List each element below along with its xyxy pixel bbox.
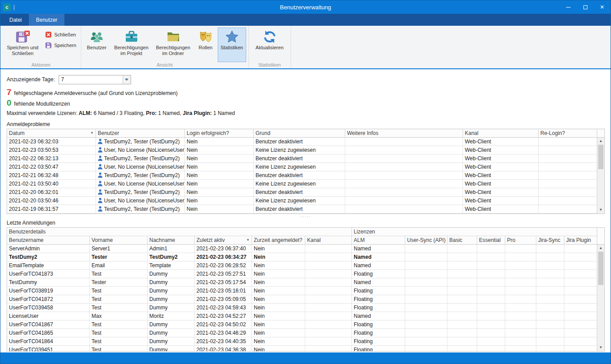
column-header[interactable]: Benutzername [7,236,90,245]
folder-permissions-button[interactable]: Berechtigungen im Ordner [153,28,194,62]
table-cell [564,320,597,329]
table-row[interactable]: 2021-02-22 03:50:47User, No License (NoL… [7,163,597,171]
table-cell [536,320,564,329]
table-cell: Test [90,329,148,337]
column-header[interactable]: User-Sync (API) [405,236,447,245]
table-cell: Nein [252,312,305,320]
scrollbar-track[interactable] [597,145,604,206]
table-row[interactable]: TestDummyTesterDummy2021-02-23 05:17:54N… [7,278,597,287]
scroll-up-icon[interactable]: ▲ [597,245,604,252]
close-button[interactable]: Schließen [42,30,79,39]
tab-datei[interactable]: Datei [2,14,29,26]
rollen-button[interactable]: Rollen [195,28,217,62]
license-line-segment: Maximal verwendete Lizenen: [7,110,79,116]
table-cell [305,312,352,320]
table-row[interactable]: UserForTC038919TestDummy2021-02-23 05:16… [7,287,597,295]
table-row[interactable]: UserForTC041873TestDummy2021-02-23 05:27… [7,270,597,278]
days-label: Anzuzeigende Tage: [7,76,55,83]
table-cell: Floating [352,295,405,304]
column-header[interactable]: Re-Login? [539,129,597,138]
table-cell [345,146,463,154]
column-header[interactable]: Basic [447,236,477,245]
table-row[interactable]: 2021-02-22 06:32:13TestDumy2, Tester (Te… [7,154,597,163]
statistiken-button[interactable]: Statistiken [218,28,246,62]
table-row[interactable]: UserForTC041872TestDummy2021-02-23 05:09… [7,295,597,304]
table-row[interactable]: 2021-02-23 06:32:03TestDumy2, Tester (Te… [7,138,597,146]
column-header[interactable]: Zurzeit angemeldet? [252,236,305,245]
table-row[interactable]: 2021-02-20 06:32:01TestDumy2, Tester (Te… [7,188,597,197]
table-cell: Web-Client [463,197,539,205]
table-cell: 2021-02-19 06:31:57 [7,205,96,214]
table-row[interactable]: UserForTC039458TestDummy2021-02-23 04:59… [7,304,597,312]
column-header[interactable]: Kanal [463,129,539,138]
column-header[interactable]: Kanal [305,236,352,245]
table-cell: Nein [252,320,305,329]
table-cell [305,320,352,329]
scroll-down-icon[interactable]: ▼ [597,344,604,351]
column-header[interactable]: Zuletzt aktiv▼ [195,236,252,245]
column-header[interactable]: Vorname [90,236,148,245]
table-cell [405,337,447,346]
tab-benutzer[interactable]: Benutzer [29,14,64,26]
table-cell [477,295,505,304]
table-row[interactable]: LicenseUserMaxMoritz2021-02-23 04:52:27N… [7,312,597,320]
combo-dropdown-button[interactable] [123,75,131,84]
column-header[interactable]: ALM [352,236,405,245]
table-row[interactable]: UserForTC041864TestDummy2021-02-23 04:40… [7,337,597,346]
column-header[interactable]: Grund [254,129,345,138]
scrollbar-thumb[interactable] [598,252,603,285]
scroll-down-icon[interactable]: ▼ [597,206,604,214]
table-row[interactable]: UserForTC041867TestDummy2021-02-23 04:50… [7,320,597,329]
column-header[interactable]: Jira-Sync [536,236,564,245]
scrollbar-track[interactable] [597,252,604,344]
table-cell: Nein [252,337,305,346]
table-row[interactable]: 2021-02-21 03:50:40User, No License (NoL… [7,180,597,188]
table-row[interactable]: UserForTC041865TestDummy2021-02-23 04:46… [7,329,597,337]
close-window-button[interactable]: ✕ [594,0,611,14]
table-cell: Nein [252,261,305,270]
maximize-button[interactable] [577,0,594,14]
table-cell [505,270,536,278]
scrollbar-thumb[interactable] [598,145,603,169]
table-row[interactable]: 2021-02-21 06:32:48TestDumy2, Tester (Te… [7,171,597,180]
table-row[interactable]: 2021-02-20 03:50:46User, No License (NoL… [7,197,597,205]
column-header[interactable]: Login erfolgreich? [185,129,254,138]
table-cell: 2021-02-23 06:28:52 [195,261,252,270]
login-problems-table: Datum▼BenutzerLogin erfolgreich?GrundWei… [7,129,605,214]
column-header[interactable]: Essential [477,236,505,245]
table-row[interactable]: UserForTC039451TestDummy2021-02-23 04:36… [7,346,597,351]
table-cell [505,245,536,253]
table-cell [447,304,477,312]
table-splitter[interactable]: ····· [7,214,605,220]
project-permissions-button[interactable]: Berechtigungen im Projekt [111,28,152,62]
table-row[interactable]: EmailTemplateEmailTemplate2021-02-23 06:… [7,261,597,270]
table-cell [505,320,536,329]
column-header[interactable]: Jira Plugin [564,236,597,245]
table-row[interactable]: TestDumy2TesterTestDumy22021-02-23 06:34… [7,253,597,261]
scroll-up-icon[interactable]: ▲ [597,138,604,145]
save-and-close-button[interactable]: Speichern und Schließen [4,28,42,62]
last-logins-scrollbar[interactable]: ▲ ▼ [597,228,604,351]
scrollbar-header-spacer [597,228,604,245]
table-row[interactable]: 2021-02-23 03:50:53User, No License (NoL… [7,146,597,154]
table-row[interactable]: 2021-02-19 06:31:57TestDumy2, Tester (Te… [7,205,597,214]
table-row[interactable]: ServerAdminServer1Admin12021-02-23 06:37… [7,245,597,253]
aktualisieren-button[interactable]: Aktualisieren [251,28,288,62]
table-cell [447,270,477,278]
benutzer-button[interactable]: Benutzer [84,28,110,62]
save-button[interactable]: Speichern [42,41,79,50]
table-cell [539,163,597,171]
benutzer-label: Benutzer [87,45,107,51]
user-icon [98,198,103,203]
login-problems-scrollbar[interactable]: ▲ ▼ [597,129,604,214]
table-cell [345,171,463,180]
table-cell: Dummy [148,346,195,351]
column-header[interactable]: Weitere Infos [345,129,463,138]
column-header[interactable]: Datum▼ [7,129,96,138]
column-header[interactable]: Nachname [148,236,195,245]
days-combobox[interactable]: 7 [59,75,131,84]
minimize-button[interactable] [560,0,577,14]
column-header[interactable]: Pro [505,236,536,245]
table-cell [405,312,447,320]
column-header[interactable]: Benutzer [96,129,185,138]
